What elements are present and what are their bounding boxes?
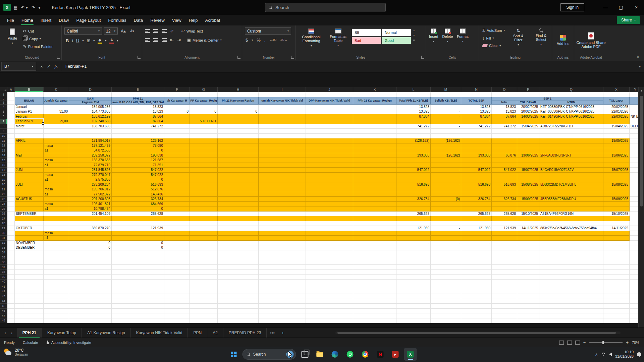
cell-M43[interactable] [431,294,461,299]
cell-J31[interactable] [306,236,353,241]
cell-N15[interactable] [461,158,492,163]
cell-L13[interactable] [396,148,431,153]
cell-L32[interactable]: - [396,241,431,246]
cell-O9[interactable] [492,129,517,134]
cell-P8[interactable]: 15/04/2025 [517,124,539,129]
cell-Q29[interactable]: 883e7f5b-0e2f-4568-8cfc-753bd94fb4 [539,226,603,231]
cell-G12[interactable] [190,143,218,148]
cell-O14[interactable]: 66.876 [492,153,517,158]
cell-I46[interactable] [259,309,306,314]
cell-J41[interactable] [306,284,353,289]
font-color-button[interactable]: A [109,38,114,44]
sort-filter-button[interactable]: ⇅ Sort & Filter▾ [507,27,529,49]
row-header-11[interactable]: 11 [0,138,7,143]
cell-O23[interactable]: 326.734 [492,197,517,202]
cell-B25[interactable] [15,206,44,212]
cell-N45[interactable] [461,304,492,309]
cell-E34[interactable] [112,250,164,255]
cell-F7[interactable] [164,119,190,124]
cell-J34[interactable] [306,250,353,255]
cell-X37[interactable] [603,265,630,270]
cell-K32[interactable] [353,241,396,246]
task-view-button[interactable] [299,348,311,361]
cell-D27[interactable] [69,216,112,221]
cell-I30[interactable] [259,231,306,236]
cell-D25[interactable]: 10.798.484 [69,206,112,212]
cell-E32[interactable]: 0 [112,241,164,246]
cell-N46[interactable] [461,309,492,314]
cell-F8[interactable] [164,124,190,129]
cell-N34[interactable] [461,250,492,255]
cell-G30[interactable] [190,231,218,236]
cell-N8[interactable]: 741.272 [461,124,492,129]
cell-K21[interactable] [353,187,396,192]
column-header-D[interactable]: D [69,87,112,92]
cell-F44[interactable] [164,299,190,304]
cell-Q21[interactable] [539,187,603,192]
cell-F19[interactable] [164,177,190,182]
cell-B48[interactable] [15,318,44,323]
cell-X15[interactable] [603,158,630,163]
cell-P37[interactable] [517,265,539,270]
cell-E20[interactable]: 516.693 [112,182,164,187]
row-header-39[interactable]: 39 [0,275,7,280]
cell-L39[interactable] [396,275,431,280]
cell-C9[interactable] [44,129,69,134]
cell-H35[interactable] [218,255,259,260]
cell-F17[interactable] [164,168,190,173]
align-center-icon[interactable] [153,38,158,42]
cell-B14[interactable]: MEI [15,153,44,158]
row-header-9[interactable]: 9 [0,129,7,134]
cell-J48[interactable] [306,318,353,323]
cell-N4[interactable]: 13.823 [461,105,492,110]
cell-N18[interactable] [461,173,492,178]
cell-K9[interactable] [353,129,396,134]
cut-button[interactable]: ✂Cut [21,28,54,34]
cell-K10[interactable] [353,134,396,139]
cell-J12[interactable] [306,143,353,148]
sheet-tab-a1-karyawan-resign[interactable]: A1-Karyawan Resign [82,328,131,338]
cell-P38[interactable] [517,270,539,275]
cell-A34[interactable] [7,250,15,255]
cell-B43[interactable] [15,294,44,299]
header-cell-G2[interactable]: PP Karyawan Resig [190,97,218,105]
cell-X46[interactable] [603,309,630,314]
row-header-43[interactable]: 43 [0,294,7,299]
cell-E31[interactable] [112,236,164,241]
cell-G1[interactable] [190,92,218,97]
cell-F37[interactable] [164,265,190,270]
cell-I25[interactable] [259,206,306,212]
cell-M22[interactable] [431,192,461,197]
bold-button[interactable]: B [66,39,69,43]
font-size-combo[interactable]: 12▾ [104,27,118,35]
cell-Q17[interactable]: B4CAE015AO2FJS2V [539,168,603,173]
row-header-42[interactable]: 42 [0,289,7,294]
cell-X17[interactable]: 15/07/2025 [603,168,630,173]
cell-E25[interactable]: 0 [112,206,164,212]
cell-P13[interactable] [517,148,539,153]
cell-G25[interactable] [190,206,218,212]
cell-G31[interactable] [190,236,218,241]
cell-L38[interactable] [396,270,431,275]
cell-F42[interactable] [164,289,190,294]
cell-H37[interactable] [218,265,259,270]
cell-G16[interactable] [190,163,218,168]
cell-P42[interactable] [517,289,539,294]
cell-J5[interactable] [306,109,353,114]
cell-P17[interactable]: 15/07/2025 [517,168,539,173]
sign-in-button[interactable]: Sign in [560,3,584,11]
cell-Q20[interactable]: 5DB3C2MDTCLMSUH8 [539,182,603,187]
menu-help[interactable]: Help [185,15,202,25]
header-cell-B2[interactable]: BULAN [15,97,44,105]
cell-J39[interactable] [306,275,353,280]
menu-draw[interactable]: Draw [55,15,72,25]
cell-B13[interactable] [15,148,44,153]
cell-K1[interactable] [353,92,396,97]
cell-K11[interactable] [353,138,396,143]
menu-review[interactable]: Review [147,15,168,25]
cell-L14[interactable]: 193.038 [396,153,431,158]
cell-H22[interactable] [218,192,259,197]
cell-M32[interactable]: - [431,241,461,246]
cell-Q15[interactable] [539,158,603,163]
fill-color-button[interactable]: ◆ [98,38,102,44]
